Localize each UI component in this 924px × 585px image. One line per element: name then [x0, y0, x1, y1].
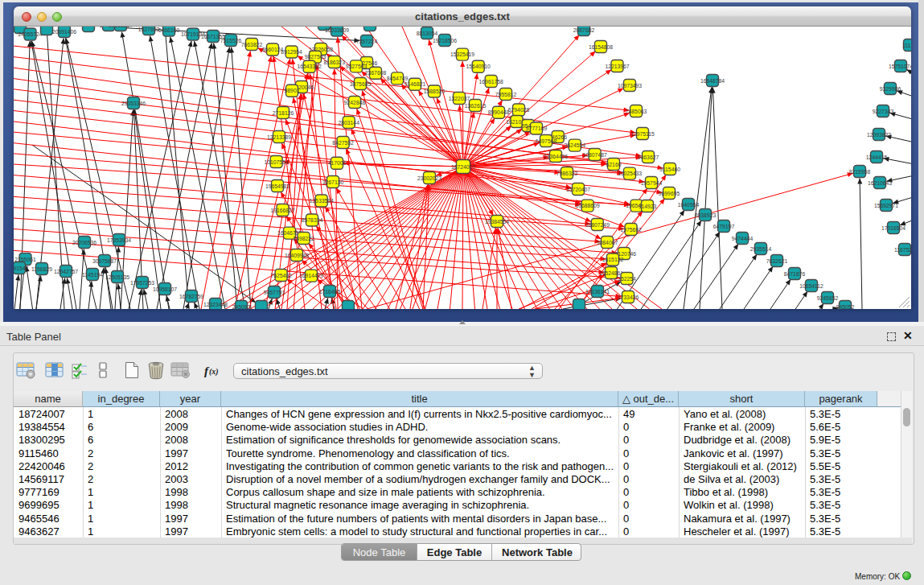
svg-text:9699695: 9699695 [659, 191, 680, 196]
svg-text:1957944: 1957944 [641, 180, 663, 186]
svg-text:1640954: 1640954 [678, 202, 700, 208]
svg-text:8454749: 8454749 [387, 76, 409, 81]
svg-text:2367608: 2367608 [365, 70, 387, 76]
svg-text:98901: 98901 [285, 88, 300, 93]
svg-text:19654983: 19654983 [265, 183, 290, 189]
svg-text:391547: 391547 [14, 266, 29, 271]
svg-text:1156829: 1156829 [31, 266, 52, 272]
svg-text:17353934: 17353934 [107, 237, 131, 243]
svg-text:10653267: 10653267 [109, 27, 133, 28]
svg-text:12323448: 12323448 [203, 302, 228, 307]
svg-text:9463627: 9463627 [638, 154, 659, 160]
svg-text:9245652: 9245652 [817, 295, 839, 301]
svg-text:8186323: 8186323 [323, 60, 345, 65]
svg-text:19218506: 19218506 [433, 38, 457, 43]
svg-text:7663822: 7663822 [241, 42, 263, 47]
svg-text:16782759: 16782759 [179, 294, 203, 299]
svg-text:1588520: 1588520 [424, 89, 446, 94]
svg-text:15325419: 15325419 [450, 51, 474, 57]
svg-text:9474444: 9474444 [732, 236, 754, 241]
svg-text:1615132: 1615132 [602, 257, 624, 262]
svg-text:10807487: 10807487 [582, 152, 606, 158]
svg-text:914923: 914923 [639, 204, 657, 209]
svg-text:15692971: 15692971 [874, 203, 898, 208]
svg-text:16914479: 16914479 [299, 273, 323, 278]
svg-text:9327503: 9327503 [346, 64, 368, 69]
svg-text:7955812: 7955812 [495, 92, 517, 97]
svg-text:20691406: 20691406 [52, 29, 76, 35]
svg-text:16409948: 16409948 [285, 253, 309, 258]
svg-text:252254: 252254 [618, 276, 636, 282]
svg-text:10107554: 10107554 [264, 159, 288, 165]
svg-text:2935514: 2935514 [750, 246, 772, 252]
svg-text:1145194: 1145194 [82, 272, 103, 278]
svg-text:12213967: 12213967 [605, 64, 629, 69]
svg-text:21364436: 21364436 [544, 154, 568, 159]
svg-text:18807249: 18807249 [585, 222, 610, 228]
svg-text:7632621: 7632621 [766, 258, 788, 264]
svg-text:2087682: 2087682 [573, 27, 595, 33]
svg-text:17016504: 17016504 [881, 225, 906, 231]
svg-text:1716485: 1716485 [319, 289, 341, 295]
svg-text:1362615: 1362615 [465, 103, 487, 109]
svg-text:8990448: 8990448 [488, 109, 510, 115]
svg-text:9146821: 9146821 [405, 81, 426, 87]
svg-text:19166827: 19166827 [270, 208, 294, 213]
svg-text:10654112: 10654112 [799, 283, 823, 289]
svg-text:9457791: 9457791 [264, 290, 285, 295]
svg-text:(x): (x) [209, 367, 219, 377]
svg-text:6497568: 6497568 [536, 138, 557, 144]
svg-text:8912954: 8912954 [281, 49, 302, 55]
svg-text:1322037: 1322037 [449, 96, 470, 101]
svg-text:7515526: 7515526 [220, 38, 242, 43]
svg-text:9827503: 9827503 [305, 54, 326, 60]
svg-text:15720407: 15720407 [566, 187, 590, 192]
svg-text:9242848: 9242848 [344, 100, 366, 105]
svg-text:11123: 11123 [902, 43, 911, 48]
svg-text:8938923: 8938923 [695, 212, 717, 218]
svg-text:3624554: 3624554 [565, 142, 586, 148]
svg-text:6466160: 6466160 [158, 27, 180, 33]
svg-text:9115460: 9115460 [659, 167, 680, 172]
svg-text:10973493: 10973493 [618, 83, 642, 89]
svg-text:1733426: 1733426 [618, 295, 639, 300]
svg-text:7357224: 7357224 [356, 39, 378, 44]
svg-text:6794028: 6794028 [508, 107, 530, 113]
svg-text:6479197: 6479197 [713, 224, 735, 229]
svg-text:29053346: 29053346 [121, 101, 146, 106]
svg-text:1527602: 1527602 [138, 27, 160, 32]
svg-text:417006: 417006 [328, 160, 347, 166]
svg-text:12505135: 12505135 [105, 274, 129, 280]
svg-text:3875685: 3875685 [350, 81, 372, 87]
svg-text:1244415: 1244415 [866, 154, 888, 160]
svg-text:16543382: 16543382 [297, 64, 321, 69]
svg-text:945052: 945052 [836, 304, 855, 310]
svg-text:20206536: 20206536 [72, 240, 97, 245]
svg-text:2803144: 2803144 [338, 120, 359, 126]
svg-text:13533594: 13533594 [310, 198, 334, 204]
svg-text:9777169: 9777169 [526, 126, 548, 131]
svg-text:16524861: 16524861 [599, 270, 623, 276]
svg-text:9084067: 9084067 [597, 240, 618, 245]
svg-text:9227343: 9227343 [873, 109, 894, 114]
svg-text:12093822: 12093822 [867, 132, 891, 138]
svg-text:30975887: 30975887 [92, 258, 117, 264]
svg-text:3498222: 3498222 [293, 236, 314, 241]
svg-text:14136141: 14136141 [585, 289, 610, 295]
svg-text:10025433: 10025433 [618, 171, 642, 176]
svg-text:2718126: 2718126 [273, 110, 294, 116]
svg-text:15640910: 15640910 [466, 64, 491, 69]
svg-text:10958107: 10958107 [153, 286, 177, 292]
svg-text:9329986: 9329986 [880, 86, 901, 92]
svg-text:10688609: 10688609 [575, 203, 599, 208]
svg-text:2155061: 2155061 [14, 257, 36, 262]
svg-text:1167534: 1167534 [894, 247, 911, 253]
svg-text:16648784: 16648784 [700, 78, 725, 84]
svg-text:23002023: 23002023 [417, 175, 441, 181]
svg-text:16210643: 16210643 [868, 180, 892, 186]
svg-text:8215958: 8215958 [849, 169, 871, 175]
svg-text:1975692: 1975692 [620, 227, 642, 233]
svg-text:17957253: 17957253 [130, 280, 154, 286]
svg-text:7625402: 7625402 [270, 273, 292, 278]
svg-text:16961758: 16961758 [479, 79, 503, 84]
